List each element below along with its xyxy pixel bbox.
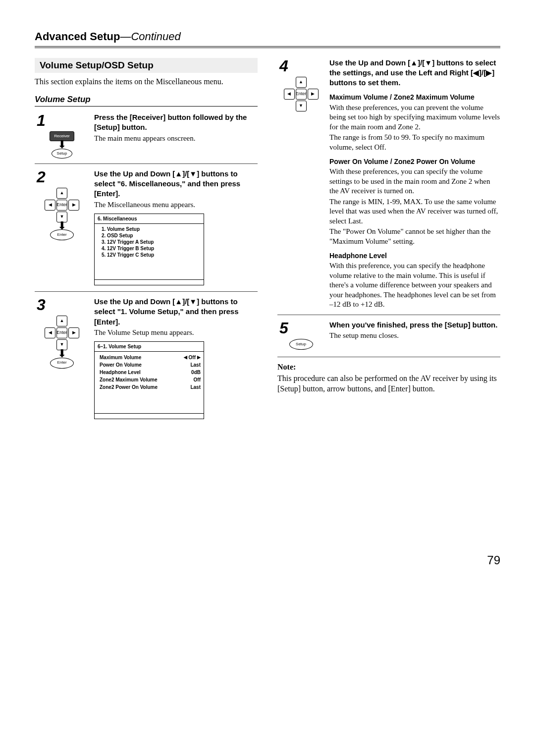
remote-illustration: Receiver ⬇ xyxy=(35,131,89,159)
setup-button-icon: Setup xyxy=(289,339,313,350)
remote-illustration: ▲ ◀Enter▶ ▼ ⬇ Enter xyxy=(35,188,89,241)
enter-center-icon: Enter xyxy=(56,200,67,211)
setup-button-icon xyxy=(52,149,72,159)
osd-menu-volume-setup: 6–1. Volume Setup Maximum Volume ◀Off▶ P… xyxy=(94,341,204,419)
param-head: Power On Volume / Zone2 Power On Volume xyxy=(329,157,500,166)
page-number: 79 xyxy=(277,552,500,568)
left-icon: ◀ xyxy=(284,89,295,100)
dpad-icon: ▲ ◀Enter▶ ▼ xyxy=(45,316,79,350)
remote-illustration: ▲ ◀Enter▶ ▼ xyxy=(277,77,324,111)
osd-item: 3. 12V Trigger A Setup xyxy=(102,239,201,245)
left-icon: ◀ xyxy=(45,200,55,211)
osd-item: 5. 12V Trigger C Setup xyxy=(102,252,201,258)
osd-item: 2. OSD Setup xyxy=(102,232,201,239)
right-column: 4 ▲ ◀Enter▶ ▼ Use the Up and Down [▲]/[▼… xyxy=(277,58,500,568)
right-icon: ▶ xyxy=(68,200,79,211)
step-3: 3 ▲ ◀Enter▶ ▼ ⬇ Enter Use the Up and Dow… xyxy=(35,297,258,425)
up-icon: ▲ xyxy=(56,188,67,199)
param-text: The "Power On Volume" cannot be set high… xyxy=(329,227,500,246)
param-head: Maximum Volume / Zone2 Maximum Volume xyxy=(329,93,500,102)
left-icon: ◀ xyxy=(45,327,55,338)
step-number: 2 xyxy=(35,169,89,185)
osd-label: Maximum Volume xyxy=(100,354,141,361)
right-icon: ▶ xyxy=(68,327,79,338)
down-icon: ▼ xyxy=(296,101,307,111)
step-number: 5 xyxy=(277,320,324,336)
osd-title: 6–1. Volume Setup xyxy=(95,342,204,352)
osd-value: Last xyxy=(190,362,201,368)
param-text: The range is MIN, 1-99, MAX. To use the … xyxy=(329,197,500,226)
osd-title: 6. Miscellaneous xyxy=(95,214,204,224)
page-header: Advanced Setup—Continued xyxy=(35,30,500,48)
step-title: Use the Up and Down [▲]/[▼] buttons to s… xyxy=(94,169,258,199)
step-title: Use the Up and Down [▲]/[▼] buttons to s… xyxy=(329,58,500,88)
step-text: The main menu appears onscreen. xyxy=(94,134,258,144)
osd-row: Zone2 Maximum Volume Off xyxy=(100,376,201,383)
step-text: The Miscellaneous menu appears. xyxy=(94,200,258,210)
step-number: 1 xyxy=(35,112,89,128)
dpad-icon: ▲ ◀Enter▶ ▼ xyxy=(284,77,319,111)
osd-value: Last xyxy=(190,384,201,390)
enter-button-icon: Enter xyxy=(50,229,74,240)
param-text: With these preferences, you can prevent … xyxy=(329,103,500,132)
enter-button-icon: Enter xyxy=(50,358,74,369)
arrow-down-icon: ⬇ xyxy=(57,352,66,356)
osd-row: Power On Volume Last xyxy=(100,361,201,369)
param-text: The range is from 50 to 99. To specify n… xyxy=(329,133,500,152)
right-icon: ▶ xyxy=(308,89,319,100)
osd-value: 0dB xyxy=(191,369,201,376)
intro-text: This section explains the items on the M… xyxy=(35,77,258,87)
step-title: Use the Up and Down [▲]/[▼] buttons to s… xyxy=(94,297,258,327)
dpad-icon: ▲ ◀Enter▶ ▼ xyxy=(45,188,79,222)
osd-label: Power On Volume xyxy=(100,362,142,368)
step-1: 1 Receiver ⬇ Press the [Receiver] button… xyxy=(35,112,258,164)
osd-label: Headphone Level xyxy=(100,369,141,376)
osd-value: Off xyxy=(189,354,196,361)
osd-row: Headphone Level 0dB xyxy=(100,369,201,376)
section-title: Volume Setup/OSD Setup xyxy=(35,58,258,73)
remote-illustration: ▲ ◀Enter▶ ▼ ⬇ Enter xyxy=(35,316,89,369)
param-head: Headphone Level xyxy=(329,251,500,260)
step-title: When you've finished, press the [Setup] … xyxy=(329,320,500,330)
up-icon: ▲ xyxy=(296,77,307,88)
osd-label: Zone2 Power On Volume xyxy=(100,384,158,390)
up-icon: ▲ xyxy=(56,316,67,326)
note-head: Note: xyxy=(277,363,296,371)
osd-row: Zone2 Power On Volume Last xyxy=(100,383,201,391)
enter-center-icon: Enter xyxy=(56,327,67,338)
arrow-down-icon: ⬇ xyxy=(57,143,66,147)
step-5: 5 Setup When you've finished, press the … xyxy=(277,320,500,357)
step-number: 3 xyxy=(35,297,89,313)
step-text: The setup menu closes. xyxy=(329,331,500,341)
osd-row: Maximum Volume ◀Off▶ xyxy=(100,354,201,361)
step-4: 4 ▲ ◀Enter▶ ▼ Use the Up and Down [▲]/[▼… xyxy=(277,58,500,315)
note-block: Note: This procedure can also be perform… xyxy=(277,362,500,394)
osd-item: 4. 12V Trigger B Setup xyxy=(102,245,201,252)
header-continued: —Continued xyxy=(120,30,180,43)
step-title: Press the [Receiver] button followed by … xyxy=(94,112,258,133)
param-text: With this preference, you can specify th… xyxy=(329,261,500,310)
step-text: The Volume Setup menu appears. xyxy=(94,328,258,338)
osd-label: Zone2 Maximum Volume xyxy=(100,377,158,383)
osd-value: Off xyxy=(194,377,201,383)
header-main: Advanced Setup xyxy=(35,30,120,43)
sub-heading: Volume Setup xyxy=(35,94,258,107)
enter-center-icon: Enter xyxy=(296,89,307,100)
right-tri-icon: ▶ xyxy=(197,355,201,361)
osd-menu-miscellaneous: 6. Miscellaneous 1. Volume Setup 2. OSD … xyxy=(94,214,204,285)
arrow-down-icon: ⬇ xyxy=(57,224,66,228)
left-tri-icon: ◀ xyxy=(184,355,187,361)
osd-item: 1. Volume Setup xyxy=(102,226,201,232)
param-text: With these preferences, you can specify … xyxy=(329,167,500,196)
step-2: 2 ▲ ◀Enter▶ ▼ ⬇ Enter Use the Up and Dow… xyxy=(35,169,258,292)
left-column: Volume Setup/OSD Setup This section expl… xyxy=(35,58,258,568)
note-text: This procedure can also be performed on … xyxy=(277,374,500,394)
step-number: 4 xyxy=(277,58,324,74)
